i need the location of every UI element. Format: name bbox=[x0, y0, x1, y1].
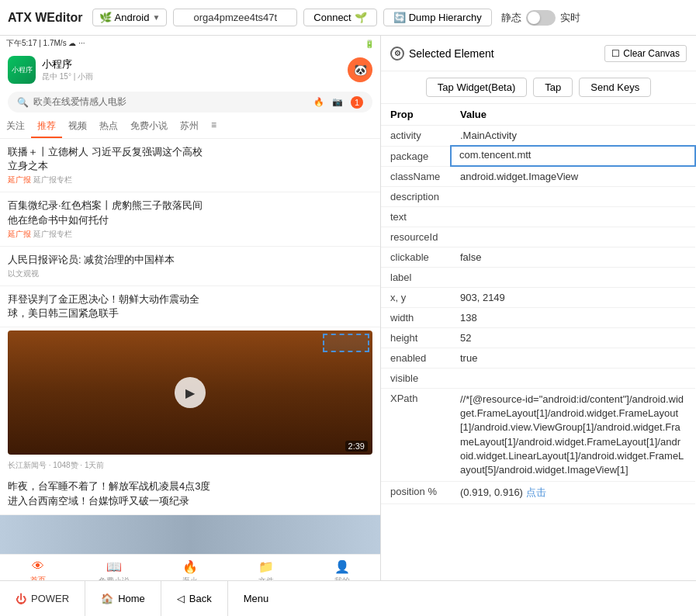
settings-icon: ⚙ bbox=[390, 47, 404, 61]
device-type-select[interactable]: 🌿 Android ▼ bbox=[92, 9, 168, 26]
bottom-tab-mine[interactable]: 👤 我的 bbox=[304, 558, 380, 580]
back-button[interactable]: ◁ Back bbox=[161, 581, 228, 616]
prop-key: clickable bbox=[381, 247, 451, 268]
news-item-5[interactable]: 昨夜，台军睡不着了！解放军战机凌晨4点3度进入台西南空域！台媒惊呼又破一项纪录 bbox=[0, 473, 380, 514]
bottom-tab-files[interactable]: 📁 文件 bbox=[228, 558, 304, 580]
device-id-display: orga4pmzee4ts47t bbox=[173, 9, 297, 26]
news-item-2[interactable]: 百集微纪录·红色档案丨虎豹熊三子散落民间他在绝命书中如何托付 延广报 延广报专栏 bbox=[0, 192, 380, 246]
menu-button[interactable]: Menu bbox=[228, 581, 285, 616]
back-label: Back bbox=[189, 593, 212, 604]
image-strip bbox=[0, 515, 380, 554]
phone-panel: 下午5:17 | 1.7M/s ☁ ··· 🔋 小程序 小程序 昆中 15° |… bbox=[0, 36, 380, 580]
position-link[interactable]: 点击 bbox=[526, 486, 546, 498]
bottom-tab-novel[interactable]: 📖 免费小说 bbox=[76, 558, 152, 580]
clear-canvas-label: Clear Canvas bbox=[623, 48, 680, 59]
tab-suzhou[interactable]: 苏州 bbox=[174, 116, 205, 138]
play-button[interactable]: ▶ bbox=[175, 377, 206, 408]
mine-tab-icon: 👤 bbox=[334, 559, 350, 574]
bottom-tab-home[interactable]: 👁 首页 bbox=[0, 558, 76, 580]
realtime-mode-label: 实时 bbox=[560, 11, 580, 25]
avatar: 🐼 bbox=[348, 57, 372, 82]
app-sub: 昆中 15° | 小雨 bbox=[42, 71, 93, 82]
video-duration: 2:39 bbox=[345, 441, 368, 452]
table-row: height52 bbox=[381, 328, 695, 348]
tab-follow[interactable]: 关注 bbox=[0, 116, 31, 138]
prop-value bbox=[451, 207, 695, 227]
fire-tab-icon: 🔥 bbox=[182, 559, 198, 574]
search-camera: 📷 bbox=[332, 97, 343, 107]
app-logo: ATX WEditor bbox=[8, 11, 83, 25]
status-bar: 下午5:17 | 1.7M/s ☁ ··· 🔋 bbox=[0, 36, 380, 51]
topbar: ATX WEditor 🌿 Android ▼ orga4pmzee4ts47t… bbox=[0, 0, 696, 36]
tap-button[interactable]: Tap bbox=[533, 78, 573, 97]
tab-novel[interactable]: 免费小说 bbox=[124, 116, 174, 138]
files-tab-icon: 📁 bbox=[258, 559, 274, 574]
bottom-tab-fire-label: 逛火 bbox=[182, 576, 198, 580]
novel-tab-icon: 📖 bbox=[106, 559, 122, 574]
prop-key: label bbox=[381, 268, 451, 288]
prop-key: className bbox=[381, 166, 451, 187]
mode-toggle[interactable] bbox=[526, 10, 556, 26]
home-button[interactable]: 🏠 Home bbox=[85, 581, 161, 616]
prop-value bbox=[451, 227, 695, 247]
prop-value bbox=[451, 187, 695, 207]
dump-hierarchy-button[interactable]: 🔄 Dump Hierarchy bbox=[383, 9, 492, 26]
tap-widget-button[interactable]: Tap Widget(Beta) bbox=[426, 78, 527, 97]
tab-hot[interactable]: 热点 bbox=[93, 116, 124, 138]
refresh-icon: 🔄 bbox=[393, 12, 406, 23]
news-title-1: 联播＋丨立德树人 习近平反复强调这个高校立身之本 bbox=[8, 145, 372, 173]
value-header: Value bbox=[451, 104, 695, 126]
tab-more[interactable]: ≡ bbox=[205, 116, 223, 138]
send-keys-button[interactable]: Send Keys bbox=[579, 78, 651, 97]
prop-key: XPath bbox=[381, 389, 451, 482]
table-row: clickablefalse bbox=[381, 247, 695, 268]
table-row: enabledtrue bbox=[381, 348, 695, 369]
prop-value: 903, 2149 bbox=[451, 288, 695, 308]
news-item-1[interactable]: 联播＋丨立德树人 习近平反复强调这个高校立身之本 延广报 延广报专栏 bbox=[0, 139, 380, 192]
news-source-2: 延广报 延广报专栏 bbox=[8, 229, 372, 240]
news-title-3: 人民日报评论员: 减贫治理的中国样本 bbox=[8, 253, 372, 267]
news-title-2: 百集微纪录·红色档案丨虎豹熊三子散落民间他在绝命书中如何托付 bbox=[8, 199, 372, 227]
prop-value: //*[@resource-id="android:id/content"]/a… bbox=[451, 389, 695, 482]
search-text: 欧美在线爱情感人电影 bbox=[33, 95, 126, 109]
home-label: Home bbox=[118, 593, 145, 604]
table-row: XPath//*[@resource-id="android:id/conten… bbox=[381, 389, 695, 482]
table-row: position %(0.919, 0.916) 点击 bbox=[381, 482, 695, 504]
right-panel: ⚙ Selected Element ☐ Clear Canvas Tap Wi… bbox=[380, 36, 696, 580]
tab-video[interactable]: 视频 bbox=[62, 116, 93, 138]
news-item-3[interactable]: 人民日报评论员: 减贫治理的中国样本 以文观视 bbox=[0, 247, 380, 286]
news-item-4[interactable]: 拜登误判了金正恩决心！朝鲜大动作震动全球，美日韩三国紧急联手 bbox=[0, 286, 380, 327]
table-row: description bbox=[381, 187, 695, 207]
prop-key: visible bbox=[381, 369, 451, 389]
phone-screen[interactable]: 下午5:17 | 1.7M/s ☁ ··· 🔋 小程序 小程序 昆中 15° |… bbox=[0, 36, 380, 580]
action-buttons-row: Tap Widget(Beta) Tap Send Keys bbox=[381, 71, 696, 104]
menu-label: Menu bbox=[244, 593, 269, 604]
prop-value: true bbox=[451, 348, 695, 369]
app-icon: 小程序 bbox=[8, 56, 36, 84]
power-label: POWER bbox=[31, 593, 69, 604]
video-item[interactable]: ▶ 2:39 bbox=[8, 330, 372, 455]
prop-value: (0.919, 0.916) 点击 bbox=[451, 482, 695, 504]
selected-element-overlay bbox=[323, 334, 369, 352]
app-header: 小程序 小程序 昆中 15° | 小雨 🐼 bbox=[0, 51, 380, 88]
connect-button[interactable]: Connect 🌱 bbox=[303, 9, 376, 26]
prop-value: 52 bbox=[451, 328, 695, 348]
clear-canvas-button[interactable]: ☐ Clear Canvas bbox=[604, 45, 687, 62]
home-tab-icon: 👁 bbox=[32, 559, 44, 573]
selected-element-title: ⚙ Selected Element bbox=[390, 47, 494, 61]
signal-icons: 🔋 bbox=[365, 40, 374, 48]
right-panel-header: ⚙ Selected Element ☐ Clear Canvas bbox=[381, 36, 696, 71]
chevron-down-icon: ▼ bbox=[152, 13, 160, 22]
bottom-tab-fire[interactable]: 🔥 逛火 bbox=[152, 558, 228, 580]
panel-title: Selected Element bbox=[409, 47, 494, 60]
search-bar[interactable]: 🔍 欧美在线爱情感人电影 🔥 📷 1 bbox=[8, 92, 372, 112]
power-button[interactable]: ⏻ POWER bbox=[0, 581, 85, 616]
main-content: 下午5:17 | 1.7M/s ☁ ··· 🔋 小程序 小程序 昆中 15° |… bbox=[0, 36, 696, 580]
mode-toggle-group: 静态 实时 bbox=[501, 10, 580, 26]
prop-value[interactable]: com.tencent.mtt bbox=[451, 146, 695, 166]
table-row: x, y903, 2149 bbox=[381, 288, 695, 308]
news-source-1: 延广报 延广报专栏 bbox=[8, 175, 372, 185]
news-source-3: 以文观视 bbox=[8, 268, 372, 279]
tab-recommend[interactable]: 推荐 bbox=[31, 116, 62, 138]
app-name: 小程序 bbox=[42, 57, 93, 71]
